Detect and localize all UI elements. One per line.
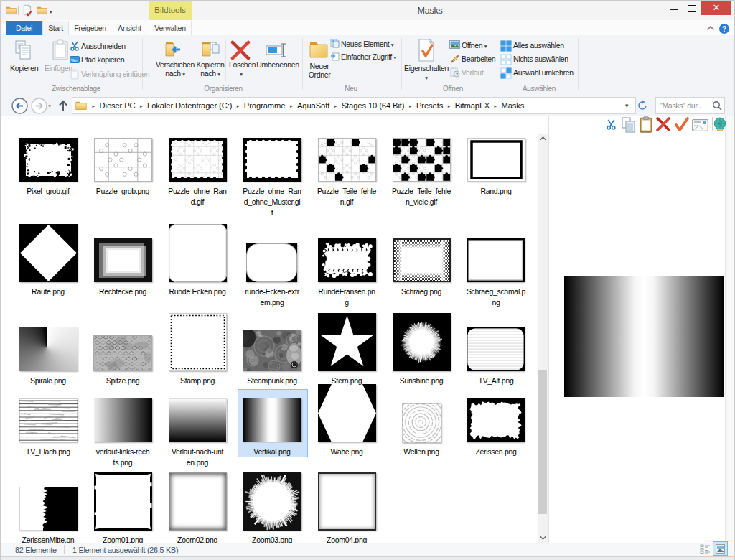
- svg-text:W: W: [71, 58, 75, 62]
